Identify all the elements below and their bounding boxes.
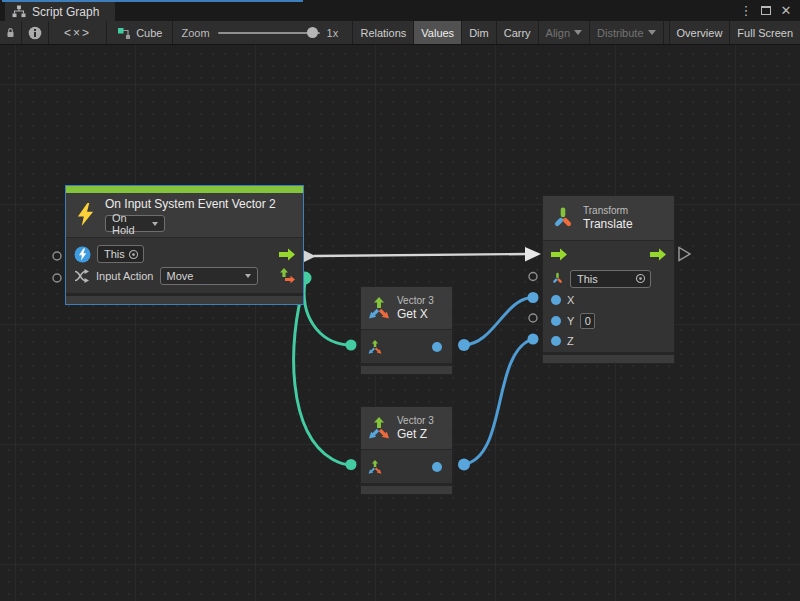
graph-canvas[interactable]: On Input System Event Vector 2 On Hold T… bbox=[0, 45, 800, 601]
getx-title: Get X bbox=[397, 307, 434, 322]
event-mode-dropdown[interactable]: On Hold bbox=[105, 215, 165, 232]
y-port-label: Y bbox=[567, 315, 574, 327]
relations-label: Relations bbox=[360, 27, 406, 39]
translate-target-field[interactable]: This bbox=[570, 270, 651, 288]
translate-y-port[interactable] bbox=[529, 314, 537, 322]
window-controls: ⋮ ✕ bbox=[738, 0, 800, 21]
event-node-title: On Input System Event Vector 2 bbox=[105, 197, 276, 212]
info-button[interactable] bbox=[22, 21, 49, 44]
node-footer bbox=[66, 293, 303, 304]
info-icon bbox=[28, 26, 42, 40]
focused-window-indicator bbox=[2, 0, 303, 2]
vector3-type-icon bbox=[368, 460, 382, 474]
event-hidden-port[interactable] bbox=[53, 274, 61, 282]
node-get-z[interactable]: Vector 3 Get Z bbox=[360, 406, 453, 495]
z-port-label: Z bbox=[567, 335, 574, 347]
input-action-value: Move bbox=[167, 270, 194, 282]
input-system-icon bbox=[74, 246, 91, 263]
target-picker-icon[interactable] bbox=[635, 273, 646, 284]
lightning-bolt-icon bbox=[76, 202, 95, 227]
distribute-button[interactable]: Distribute bbox=[590, 21, 663, 44]
flow-arrow-icon bbox=[551, 248, 567, 261]
node-footer bbox=[361, 363, 452, 374]
overview-button[interactable]: Overview bbox=[669, 21, 731, 44]
translate-target-value: This bbox=[577, 273, 598, 285]
values-button[interactable]: Values bbox=[414, 21, 462, 44]
event-accent-bar bbox=[66, 186, 303, 193]
close-icon[interactable]: ✕ bbox=[778, 3, 794, 19]
getz-input-port[interactable] bbox=[346, 459, 357, 470]
node-get-x[interactable]: Vector 3 Get X bbox=[360, 286, 453, 375]
getz-output-dot[interactable] bbox=[432, 462, 442, 472]
vector3-type-icon bbox=[368, 340, 382, 354]
getz-title: Get Z bbox=[397, 427, 434, 442]
graph-pointer-icon bbox=[117, 26, 131, 40]
getx-output-knob[interactable] bbox=[458, 339, 470, 351]
caret-down-icon bbox=[152, 222, 158, 226]
node-footer bbox=[543, 352, 674, 363]
getx-output-dot[interactable] bbox=[432, 342, 442, 352]
flow-arrow-icon bbox=[279, 248, 295, 261]
lock-button[interactable] bbox=[0, 21, 22, 44]
caret-down-icon bbox=[648, 30, 656, 35]
overview-label: Overview bbox=[677, 27, 723, 39]
translate-flow-out-port[interactable] bbox=[679, 248, 690, 261]
getz-output-knob[interactable] bbox=[458, 459, 470, 471]
relations-button[interactable]: Relations bbox=[353, 21, 414, 44]
dim-button[interactable]: Dim bbox=[462, 21, 497, 44]
maximize-icon[interactable] bbox=[758, 3, 774, 19]
zoom-value: 1x bbox=[327, 27, 339, 39]
flow-arrow-icon bbox=[650, 248, 666, 261]
event-hidden-port[interactable] bbox=[53, 252, 61, 260]
getz-wire-to-translate-z bbox=[464, 340, 530, 465]
window-menu-icon[interactable]: ⋮ bbox=[738, 3, 754, 19]
graph-target-label: Cube bbox=[136, 27, 162, 39]
translate-category: Transform bbox=[583, 204, 633, 217]
translate-z-port[interactable] bbox=[528, 334, 539, 345]
target-picker-icon[interactable] bbox=[128, 249, 139, 260]
fullscreen-label: Full Screen bbox=[737, 27, 793, 39]
event-mode-value: On Hold bbox=[112, 212, 152, 236]
input-action-dropdown[interactable]: Move bbox=[160, 267, 258, 285]
getx-category: Vector 3 bbox=[397, 294, 434, 307]
zoom-control: Zoom 1x bbox=[173, 21, 353, 44]
zoom-label: Zoom bbox=[181, 27, 209, 39]
carry-label: Carry bbox=[504, 27, 531, 39]
translate-this-port[interactable] bbox=[529, 273, 537, 281]
input-action-icon bbox=[74, 268, 90, 284]
flow-wire bbox=[314, 254, 527, 256]
x-port-dot[interactable] bbox=[551, 295, 561, 305]
vector2-wire-to-getz bbox=[294, 282, 348, 465]
fullscreen-button[interactable]: Full Screen bbox=[730, 21, 800, 44]
toolbar-buttons: Relations Values Dim Carry Align Distrib… bbox=[353, 21, 800, 44]
getx-input-port[interactable] bbox=[346, 340, 357, 351]
vector2-wire-to-getx bbox=[304, 282, 347, 345]
graph-toolbar: <×> Cube Zoom 1x Relations Values Dim Ca… bbox=[0, 21, 800, 45]
distribute-label: Distribute bbox=[597, 27, 643, 39]
translate-flow-in-port[interactable] bbox=[525, 247, 541, 262]
z-port-dot[interactable] bbox=[551, 336, 561, 346]
node-on-input-system-event[interactable]: On Input System Event Vector 2 On Hold T… bbox=[65, 185, 304, 305]
tab-script-graph[interactable]: Script Graph bbox=[5, 2, 115, 21]
caret-down-icon bbox=[245, 274, 251, 278]
zoom-slider[interactable] bbox=[218, 32, 320, 34]
y-value-input[interactable]: 0 bbox=[580, 313, 595, 329]
code-view-button[interactable]: <×> bbox=[49, 21, 107, 44]
dim-label: Dim bbox=[469, 27, 489, 39]
y-port-dot[interactable] bbox=[551, 316, 561, 326]
zoom-slider-handle[interactable] bbox=[307, 27, 318, 38]
vector2-type-icon bbox=[279, 268, 295, 284]
values-label: Values bbox=[421, 27, 454, 39]
event-target-value: This bbox=[104, 248, 125, 260]
transform-icon bbox=[551, 272, 564, 285]
graph-target-button[interactable]: Cube bbox=[107, 21, 173, 44]
node-translate[interactable]: Transform Translate bbox=[542, 195, 675, 364]
translate-x-port[interactable] bbox=[528, 292, 539, 303]
carry-button[interactable]: Carry bbox=[497, 21, 539, 44]
graph-hierarchy-icon bbox=[12, 5, 26, 18]
event-target-field[interactable]: This bbox=[97, 245, 144, 263]
tab-title: Script Graph bbox=[32, 5, 99, 19]
align-button[interactable]: Align bbox=[539, 21, 590, 44]
vector3-icon bbox=[368, 297, 390, 319]
getz-category: Vector 3 bbox=[397, 414, 434, 427]
